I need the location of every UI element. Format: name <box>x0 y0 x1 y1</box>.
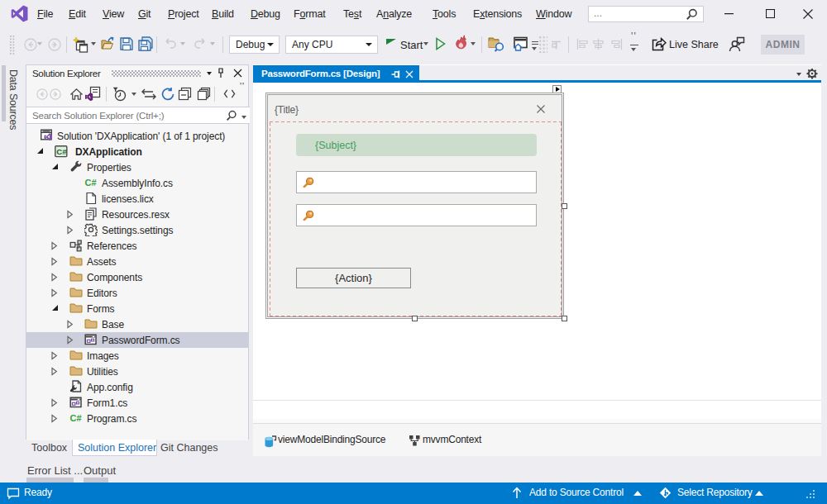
svg-text:C#: C# <box>85 178 97 188</box>
svg-text:C#: C# <box>56 147 67 156</box>
svg-text:C#: C# <box>70 413 82 423</box>
